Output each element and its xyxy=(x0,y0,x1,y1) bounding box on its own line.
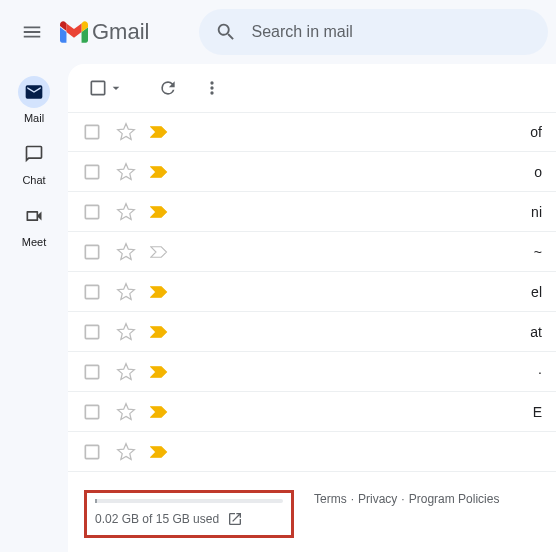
row-checkbox[interactable] xyxy=(82,202,102,222)
row-checkbox[interactable] xyxy=(82,402,102,422)
star-icon[interactable] xyxy=(116,122,136,142)
storage-bar xyxy=(95,499,283,503)
policies-link[interactable]: Program Policies xyxy=(409,492,500,506)
message-row[interactable]: E xyxy=(68,392,556,432)
nav-label: Mail xyxy=(24,112,44,124)
refresh-icon xyxy=(158,78,178,98)
nav-item-meet[interactable]: Meet xyxy=(18,200,50,248)
star-icon[interactable] xyxy=(116,162,136,182)
message-row[interactable]: ~ xyxy=(68,232,556,272)
gmail-logo[interactable]: Gmail xyxy=(60,19,149,45)
message-row[interactable]: at xyxy=(68,312,556,352)
meet-icon xyxy=(18,200,50,232)
row-checkbox[interactable] xyxy=(82,162,102,182)
search-placeholder: Search in mail xyxy=(251,23,352,41)
row-snippet: el xyxy=(522,284,542,300)
row-snippet: of xyxy=(522,124,542,140)
storage-widget[interactable]: 0.02 GB of 15 GB used xyxy=(84,490,294,538)
more-vert-icon xyxy=(202,78,222,98)
app-sidebar: MailChatMeet xyxy=(0,64,68,552)
row-checkbox[interactable] xyxy=(82,122,102,142)
hamburger-icon xyxy=(21,21,43,43)
star-icon[interactable] xyxy=(116,322,136,342)
main-menu-button[interactable] xyxy=(8,8,56,56)
message-row[interactable]: ni xyxy=(68,192,556,232)
storage-text: 0.02 GB of 15 GB used xyxy=(95,512,219,526)
important-marker-icon[interactable] xyxy=(150,285,168,299)
chat-icon xyxy=(18,138,50,170)
row-checkbox[interactable] xyxy=(82,362,102,382)
star-icon[interactable] xyxy=(116,282,136,302)
row-snippet: ~ xyxy=(522,244,542,260)
row-snippet: at xyxy=(522,324,542,340)
chevron-down-icon xyxy=(108,80,124,96)
message-list: ofoni~elat·E xyxy=(68,112,556,480)
brand-text: Gmail xyxy=(92,19,149,45)
nav-label: Meet xyxy=(22,236,46,248)
important-marker-icon[interactable] xyxy=(150,125,168,139)
gmail-logo-icon xyxy=(60,21,88,43)
footer-links: Terms· Privacy· Program Policies xyxy=(314,490,499,506)
important-marker-icon[interactable] xyxy=(150,205,168,219)
important-marker-icon[interactable] xyxy=(150,405,168,419)
terms-link[interactable]: Terms xyxy=(314,492,347,506)
star-icon[interactable] xyxy=(116,442,136,462)
star-icon[interactable] xyxy=(116,242,136,262)
message-row[interactable] xyxy=(68,472,556,480)
important-marker-icon[interactable] xyxy=(150,165,168,179)
open-in-new-icon xyxy=(227,511,243,527)
toolbar xyxy=(68,64,556,112)
important-marker-icon[interactable] xyxy=(150,365,168,379)
message-row[interactable]: o xyxy=(68,152,556,192)
row-checkbox[interactable] xyxy=(82,322,102,342)
row-snippet: ni xyxy=(522,204,542,220)
message-row[interactable]: el xyxy=(68,272,556,312)
important-marker-icon[interactable] xyxy=(150,325,168,339)
more-button[interactable] xyxy=(192,68,232,108)
mail-icon xyxy=(18,76,50,108)
message-row[interactable]: of xyxy=(68,112,556,152)
row-snippet: o xyxy=(522,164,542,180)
star-icon[interactable] xyxy=(116,202,136,222)
nav-item-mail[interactable]: Mail xyxy=(18,76,50,124)
checkbox-icon xyxy=(88,78,108,98)
mail-panel: ofoni~elat·E 0.02 GB of 15 GB used Terms… xyxy=(68,64,556,552)
important-marker-icon[interactable] xyxy=(150,445,168,459)
row-checkbox[interactable] xyxy=(82,442,102,462)
refresh-button[interactable] xyxy=(148,68,188,108)
row-snippet: E xyxy=(522,404,542,420)
row-checkbox[interactable] xyxy=(82,242,102,262)
star-icon[interactable] xyxy=(116,362,136,382)
search-icon xyxy=(215,21,237,43)
important-marker-icon[interactable] xyxy=(150,245,168,259)
message-row[interactable]: · xyxy=(68,352,556,392)
footer: 0.02 GB of 15 GB used Terms· Privacy· Pr… xyxy=(68,480,556,552)
nav-label: Chat xyxy=(22,174,45,186)
message-row[interactable] xyxy=(68,432,556,472)
select-all-checkbox[interactable] xyxy=(84,78,128,98)
privacy-link[interactable]: Privacy xyxy=(358,492,397,506)
row-snippet: · xyxy=(522,364,542,380)
row-checkbox[interactable] xyxy=(82,282,102,302)
nav-item-chat[interactable]: Chat xyxy=(18,138,50,186)
search-input[interactable]: Search in mail xyxy=(199,9,548,55)
star-icon[interactable] xyxy=(116,402,136,422)
